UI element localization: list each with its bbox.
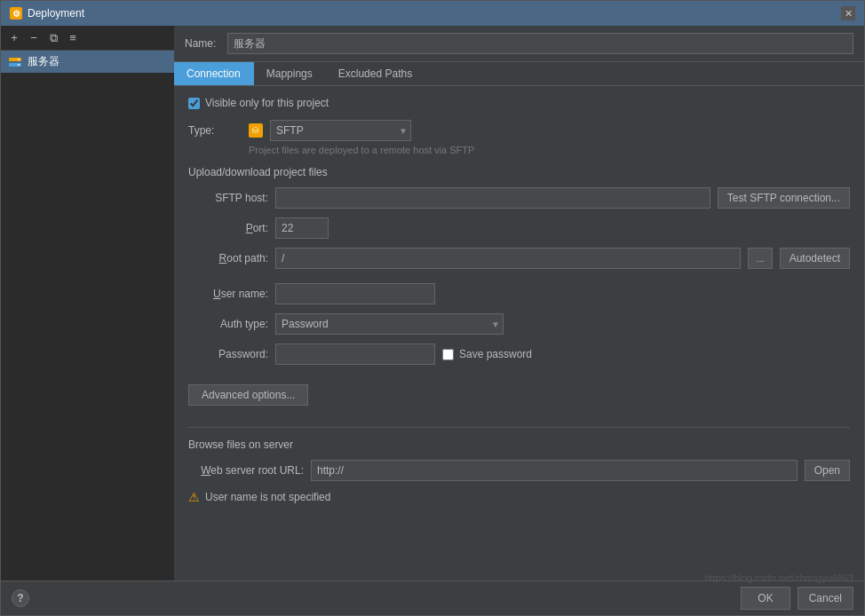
main-content: + − ⧉ ≡ 服务器 Name: [1,26,864,580]
title-bar-left: ⚙ Deployment [10,7,84,20]
visible-only-checkbox[interactable] [188,98,200,109]
port-label: Port: [188,222,268,234]
save-password-checkbox[interactable] [442,349,454,360]
name-label: Name: [185,37,220,50]
root-path-browse-button[interactable]: ... [748,248,772,269]
sidebar: + − ⧉ ≡ 服务器 [1,26,174,580]
warning-text: User name is not specified [205,491,330,503]
dialog-title: Deployment [28,7,84,20]
cancel-button[interactable]: Cancel [798,587,853,610]
remove-server-button[interactable]: − [26,30,42,46]
port-input[interactable] [275,217,329,239]
close-button[interactable]: ✕ [841,6,855,20]
type-select-wrapper: SFTP FTP FTPS Local or mounted folder ▼ [270,120,411,141]
sftp-icon: ⛁ [249,123,263,138]
spacer2 [188,374,850,377]
tab-content-connection: Visible only for this project Type: ⛁ SF… [174,86,864,580]
save-password-label: Save password [459,348,532,360]
sidebar-item-server[interactable]: 服务器 [1,51,174,73]
auth-type-select-wrapper: Password Key pair (OpenSSH or PuTTY) Ope… [275,313,504,335]
open-button[interactable]: Open [805,460,850,481]
svg-point-2 [18,59,20,60]
server-item-label: 服务器 [28,54,60,69]
tab-mappings[interactable]: Mappings [254,62,326,85]
help-button[interactable]: ? [12,589,29,607]
sidebar-toolbar: + − ⧉ ≡ [1,26,174,51]
name-row: Name: [174,26,864,62]
add-server-button[interactable]: + [6,30,22,46]
deployment-dialog: ⚙ Deployment ✕ + − ⧉ ≡ [0,0,865,616]
menu-button[interactable]: ≡ [65,30,81,46]
auth-type-row: Auth type: Password Key pair (OpenSSH or… [188,313,850,335]
server-icon [8,55,22,69]
password-label: Password: [188,348,268,360]
tab-connection[interactable]: Connection [174,62,254,85]
root-path-row: Root path: ... Autodetect [188,248,850,269]
title-bar: ⚙ Deployment ✕ [1,1,864,26]
web-url-row: Web server root URL: Open [188,460,850,481]
autodetect-button[interactable]: Autodetect [780,248,850,269]
type-hint: Project files are deployed to a remote h… [249,145,850,155]
copy-server-button[interactable]: ⧉ [45,30,61,46]
browse-section-title: Browse files on server [188,438,850,451]
svg-point-3 [18,64,20,66]
root-path-input[interactable] [275,248,741,269]
web-url-input[interactable] [311,460,798,481]
username-label: User name: [188,288,268,300]
password-row: Password: Save password [188,344,850,365]
web-url-label: Web server root URL: [188,464,304,477]
right-panel: Name: Connection Mappings Excluded Paths… [174,26,864,580]
root-path-label: Root path: [188,252,268,265]
advanced-options-button[interactable]: Advanced options... [188,384,308,406]
auth-type-select[interactable]: Password Key pair (OpenSSH or PuTTY) Ope… [275,313,504,335]
name-input[interactable] [227,33,853,54]
save-password-wrapper: Save password [442,348,532,360]
auth-type-label: Auth type: [188,318,268,330]
tabs-bar: Connection Mappings Excluded Paths [174,62,864,86]
tab-excluded-paths[interactable]: Excluded Paths [326,62,425,85]
upload-section-title: Upload/download project files [188,166,850,178]
dialog-icon: ⚙ [10,7,22,20]
bottom-bar: ? OK Cancel [1,580,864,615]
username-input[interactable] [275,283,435,304]
visible-only-label: Visible only for this project [205,97,329,109]
test-connection-button[interactable]: Test SFTP connection... [718,187,850,209]
username-row: User name: [188,283,850,304]
sftp-host-row: SFTP host: Test SFTP connection... [188,187,850,209]
bottom-right-buttons: OK Cancel [741,587,853,610]
type-select[interactable]: SFTP FTP FTPS Local or mounted folder [270,120,411,141]
password-input[interactable] [275,344,435,365]
sftp-host-input[interactable] [275,187,710,209]
sftp-host-label: SFTP host: [188,192,268,204]
watermark: https://blog.csdn.net/zhangyu4863 [704,573,853,583]
type-label: Type: [188,124,242,137]
port-row: Port: [188,217,850,239]
warning-row: ⚠ User name is not specified [188,490,850,504]
type-row: Type: ⛁ SFTP FTP FTPS Local or mounted f… [188,120,850,141]
warning-icon: ⚠ [188,490,200,504]
visible-only-row: Visible only for this project [188,97,850,109]
ok-button[interactable]: OK [741,587,790,610]
divider1 [188,427,850,428]
